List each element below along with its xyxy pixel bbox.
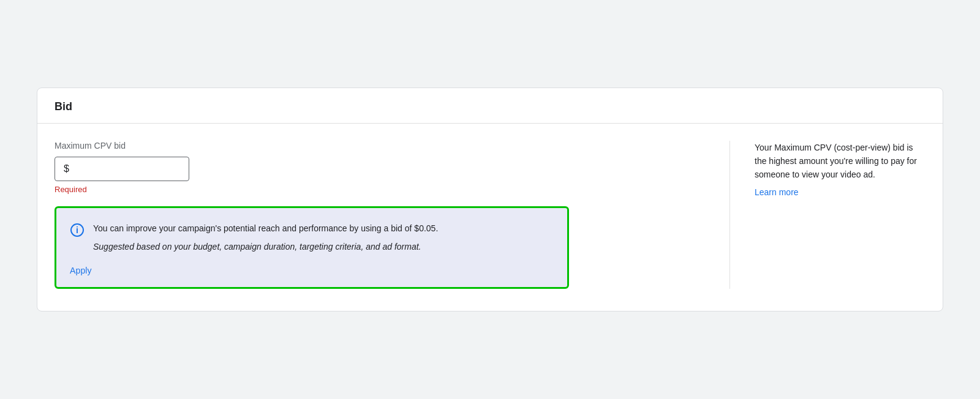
info-icon: i [70,223,85,237]
card-header: Bid [37,88,943,124]
bid-input[interactable] [73,163,180,174]
suggestion-box: i You can improve your campaign's potent… [55,206,569,289]
sidebar-description: Your Maximum CPV (cost-per-view) bid is … [755,141,925,182]
apply-button[interactable]: Apply [70,266,92,275]
right-section: Your Maximum CPV (cost-per-view) bid is … [729,141,925,289]
suggestion-text: You can improve your campaign's potentia… [93,222,438,254]
suggestion-main-text: You can improve your campaign's potentia… [93,223,438,233]
learn-more-link[interactable]: Learn more [755,187,799,197]
required-text: Required [55,185,705,194]
suggestion-content: i You can improve your campaign's potent… [70,222,554,254]
suggestion-italic-text: Suggested based on your budget, campaign… [93,240,438,253]
svg-text:i: i [76,225,78,235]
bid-card: Bid Maximum CPV bid $ Required i You can… [37,88,943,312]
currency-symbol: $ [64,163,69,174]
card-title: Bid [55,100,925,113]
field-label: Maximum CPV bid [55,141,705,151]
left-section: Maximum CPV bid $ Required i You can imp… [55,141,729,289]
card-body: Maximum CPV bid $ Required i You can imp… [37,124,943,311]
bid-input-wrapper: $ [55,157,189,181]
